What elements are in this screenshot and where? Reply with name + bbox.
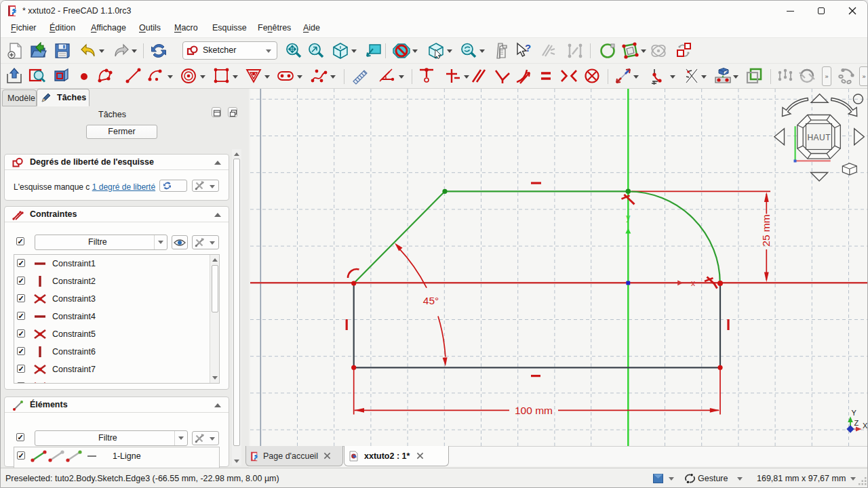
- svg-text:Z: Z: [854, 419, 859, 427]
- svg-text:X: X: [863, 422, 868, 430]
- svg-text:Y: Y: [852, 409, 857, 417]
- svg-text:y: y: [626, 213, 630, 222]
- svg-text:45°: 45°: [423, 295, 439, 306]
- svg-text:x: x: [691, 279, 695, 288]
- svg-text:HAUT: HAUT: [807, 133, 831, 142]
- svg-text:?: ?: [525, 42, 531, 54]
- svg-text:25 mm: 25 mm: [760, 214, 772, 246]
- svg-text:100 mm: 100 mm: [515, 405, 553, 416]
